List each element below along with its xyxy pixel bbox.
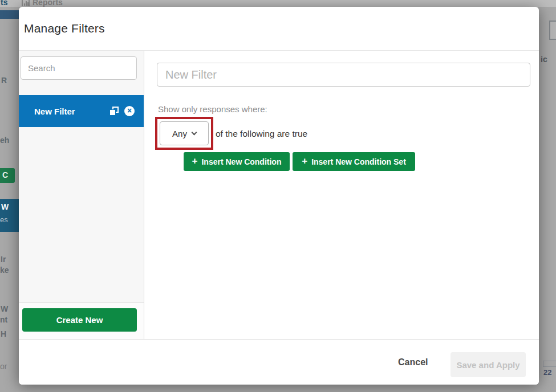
sidebar-divider bbox=[144, 51, 144, 339]
filter-name-input[interactable] bbox=[157, 63, 530, 87]
search-input[interactable] bbox=[21, 56, 137, 80]
operator-caption: of the following are true bbox=[216, 129, 307, 139]
background-text-fragment: Ir bbox=[1, 255, 6, 264]
background-text-fragment: H bbox=[1, 329, 6, 338]
background-text-fragment: ke bbox=[0, 266, 9, 275]
sidebar-item-new-filter[interactable]: New Filter × bbox=[19, 95, 144, 127]
background-active-tab-fragment bbox=[0, 10, 19, 19]
dialog-title: Manage Filters bbox=[24, 22, 105, 35]
sidebar-footer: Create New bbox=[19, 302, 144, 339]
tab-reports[interactable]: Reports bbox=[33, 0, 63, 7]
duplicate-filter-icon[interactable] bbox=[109, 107, 119, 116]
create-new-button[interactable]: Create New bbox=[22, 308, 137, 332]
dialog-footer: Cancel Save and Apply bbox=[19, 339, 539, 385]
dropdown-selected-value: Any bbox=[172, 129, 187, 138]
tab-results-partial[interactable]: ts bbox=[1, 0, 7, 7]
background-text-fragment: eh bbox=[0, 136, 9, 145]
background-text-fragment: W bbox=[1, 202, 9, 211]
bar-chart-icon bbox=[22, 0, 30, 6]
cancel-button[interactable]: Cancel bbox=[387, 340, 439, 385]
filter-item-label: New Filter bbox=[34, 107, 109, 116]
background-text-fragment: es bbox=[0, 215, 8, 224]
filters-sidebar: New Filter × Create New bbox=[19, 51, 144, 339]
insert-condition-label: Insert New Condition bbox=[201, 157, 281, 166]
manage-filters-dialog: Manage Filters New Filter × Create New S… bbox=[19, 7, 539, 385]
insert-new-condition-set-button[interactable]: + Insert New Condition Set bbox=[293, 152, 415, 171]
chevron-down-icon bbox=[191, 129, 197, 135]
background-text-fragment: 22 bbox=[543, 368, 551, 377]
background-field-fragment bbox=[549, 21, 556, 40]
plus-icon: + bbox=[192, 156, 198, 167]
background-text-fragment: C bbox=[2, 170, 8, 179]
background-tab-bar: ts Reports bbox=[0, 0, 556, 7]
plus-icon: + bbox=[302, 156, 307, 167]
show-only-label: Show only responses where: bbox=[158, 104, 267, 114]
save-and-apply-button[interactable]: Save and Apply bbox=[451, 352, 526, 377]
any-all-dropdown[interactable]: Any bbox=[160, 121, 209, 145]
background-text-fragment: R bbox=[1, 76, 7, 85]
background-text-fragment: W bbox=[1, 304, 8, 313]
insert-new-condition-button[interactable]: + Insert New Condition bbox=[184, 152, 290, 171]
insert-condition-set-label: Insert New Condition Set bbox=[311, 157, 406, 166]
background-box-fragment bbox=[543, 361, 556, 367]
background-text-fragment: nt bbox=[0, 315, 7, 324]
delete-filter-icon[interactable]: × bbox=[124, 106, 135, 116]
background-text-fragment: ic bbox=[541, 55, 547, 64]
background-text-fragment: or bbox=[0, 362, 7, 371]
screen: ts Reports R eh C W es Ir ke W nt H or i… bbox=[0, 0, 556, 392]
